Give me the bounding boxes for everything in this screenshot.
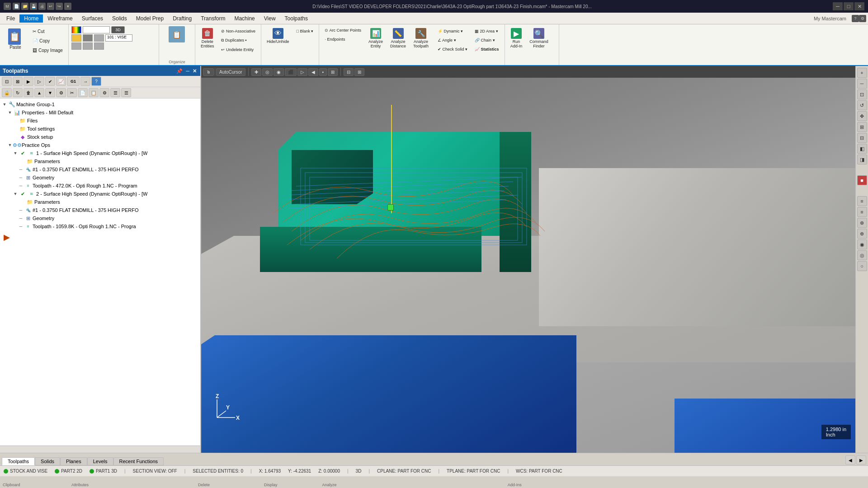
menu-file[interactable]: File — [2, 14, 19, 23]
arc-center-points-button[interactable]: ⊙ Arc Center Points — [322, 26, 364, 34]
pt-regen[interactable]: ↻ — [13, 88, 23, 97]
tab-planes[interactable]: Planes — [60, 457, 87, 465]
tree-tool-settings[interactable]: 📁 Tool settings — [0, 125, 200, 133]
rt-pan[interactable]: ✥ — [857, 111, 867, 121]
tree-op1-params[interactable]: 📁 Parameters — [0, 157, 200, 165]
help-icon[interactable]: ? — [852, 15, 859, 22]
pt-g1[interactable]: G1 — [67, 77, 80, 86]
print-icon[interactable]: 🖨 — [38, 3, 46, 10]
tree-op1-toolpath[interactable]: ─ ≡ Toolpath - 472.0K - Opti Rough 1.NC … — [0, 182, 200, 190]
rt-rotate[interactable]: ↺ — [857, 100, 867, 110]
menu-transform[interactable]: Transform — [196, 14, 230, 23]
2d-area-button[interactable]: ▦ 2D Area ▾ — [472, 27, 502, 35]
rt-misc7[interactable]: ○ — [857, 261, 867, 271]
tree-op1[interactable]: ▼ ✔ ≋ 1 - Surface High Speed (Dynamic Op… — [0, 149, 200, 157]
vt-tool7[interactable]: ▪ — [319, 68, 327, 76]
copy-button[interactable]: 📄Copy — [30, 37, 66, 45]
rt-fit[interactable]: ⊡ — [857, 89, 867, 99]
tree-play-button[interactable]: ▶ — [0, 230, 200, 244]
panel-minimize-icon[interactable]: ─ — [185, 68, 190, 74]
vt-tool6[interactable]: ◀ — [308, 68, 318, 76]
vt-tool3[interactable]: ◉ — [274, 68, 284, 76]
tree-op2-geometry[interactable]: ─ ⊞ Geometry — [0, 214, 200, 222]
pt-settings[interactable]: ⚙ — [56, 88, 66, 97]
tree-stock-setup[interactable]: ◆ Stock setup — [0, 133, 200, 141]
tree-files[interactable]: 📁 Files — [0, 117, 200, 125]
vt-tool5[interactable]: ▷ — [297, 68, 307, 76]
close-button[interactable]: ✕ — [854, 2, 864, 10]
pt-backplot[interactable]: 📈 — [56, 77, 66, 86]
viewport-canvas[interactable]: Z X Y 1.2980 in Inch — [201, 78, 855, 453]
rt-misc6[interactable]: ◎ — [857, 250, 867, 260]
blank-button[interactable]: □ Blank ▾ — [294, 27, 316, 35]
tree-practice-ops[interactable]: ▼ ⚙⚙ Practice Ops — [0, 141, 200, 149]
menu-surfaces[interactable]: Surfaces — [77, 14, 108, 23]
rt-misc3[interactable]: ⊗ — [857, 218, 867, 228]
pt-misc2[interactable]: ☰ — [121, 88, 131, 97]
redo-icon[interactable]: ↪ — [56, 3, 63, 10]
tree-op1-endmill[interactable]: ─ 🔩 #1 - 0.3750 FLAT ENDMILL - 375 HIGH … — [0, 165, 200, 174]
hide-unhide-button[interactable]: 👁 Hide/Unhide — [264, 26, 292, 46]
pt-verify[interactable]: ✔ — [45, 77, 55, 86]
tree-op1-geometry[interactable]: ─ ⊞ Geometry — [0, 174, 200, 182]
vt-autocursor[interactable]: AutoCursor — [216, 68, 245, 76]
expand-machine-group[interactable]: ▼ — [2, 102, 7, 107]
menu-machine[interactable]: Machine — [230, 14, 259, 23]
open-icon[interactable]: 📁 — [21, 3, 28, 10]
pt-cut[interactable]: ✂ — [67, 88, 77, 97]
duplicates-button[interactable]: ⧉ Duplicates ▾ — [218, 36, 258, 45]
pt-expand[interactable]: ▶ — [24, 77, 33, 86]
rt-misc2[interactable]: ≡ — [857, 207, 867, 217]
pt-select-none[interactable]: ⊠ — [13, 77, 23, 86]
tab-scroll-right[interactable]: ▶ — [856, 455, 866, 465]
menu-view[interactable]: View — [259, 14, 280, 23]
expand-op1[interactable]: ▼ — [13, 151, 18, 155]
pt-simulate[interactable]: ▷ — [34, 77, 44, 86]
tab-solids[interactable]: Solids — [35, 457, 60, 465]
pt-copy[interactable]: 📄 — [78, 88, 88, 97]
copy-image-button[interactable]: 🖼Copy Image — [30, 46, 66, 55]
command-finder-button[interactable]: 🔍 Command Finder — [527, 26, 551, 50]
non-associative-button[interactable]: ⊘ Non-Associative — [218, 27, 258, 35]
endpoints-button[interactable]: · Endpoints — [322, 35, 364, 43]
menu-home[interactable]: Home — [19, 14, 43, 23]
delete-entities-button[interactable]: 🗑 Delete Entities — [198, 26, 217, 50]
rt-zoom-out[interactable]: ─ — [857, 79, 867, 89]
more-icon[interactable]: ▾ — [64, 3, 71, 10]
undo-icon[interactable]: ↩ — [47, 3, 54, 10]
angle-button[interactable]: ∠ Angle ▾ — [435, 36, 470, 44]
pt-arrow[interactable]: → — [80, 77, 90, 86]
rt-view3[interactable]: ◧ — [857, 144, 867, 154]
panel-pin-icon[interactable]: 📌 — [175, 68, 184, 74]
pt-select-all[interactable]: ⊡ — [2, 77, 12, 86]
rt-view1[interactable]: ⊞ — [857, 122, 867, 132]
rt-misc4[interactable]: ⊕ — [857, 229, 867, 239]
vt-tool4[interactable]: ⬛ — [285, 68, 297, 76]
maximize-button[interactable]: □ — [844, 2, 854, 10]
pt-info[interactable]: ? — [91, 77, 101, 86]
rt-misc1[interactable]: ≡ — [857, 196, 867, 206]
chain-button[interactable]: 🔗 Chain ▾ — [472, 36, 502, 44]
pt-paste[interactable]: 📋 — [89, 88, 99, 97]
rt-view4[interactable]: ◨ — [857, 155, 867, 164]
pt-down[interactable]: ▼ — [45, 88, 55, 97]
pt-up[interactable]: ▲ — [34, 88, 44, 97]
rt-red-btn[interactable]: ■ — [857, 175, 867, 185]
rt-view2[interactable]: ⊟ — [857, 133, 867, 143]
rt-misc5[interactable]: ◉ — [857, 239, 867, 249]
analyze-distance-button[interactable]: 📏 Analyze Distance — [387, 26, 409, 50]
check-solid-button[interactable]: ✔ Check Solid ▾ — [435, 45, 470, 53]
new-icon[interactable]: 📄 — [13, 3, 20, 10]
rt-zoom-in[interactable]: + — [857, 68, 867, 78]
undelete-button[interactable]: ↩ Undelete Entity — [218, 46, 258, 54]
cut-button[interactable]: ✂Cut — [30, 27, 66, 36]
menu-solids[interactable]: Solids — [108, 14, 132, 23]
settings-icon[interactable]: ⚙ — [859, 15, 866, 22]
pt-delete[interactable]: 🗑 — [24, 88, 33, 97]
analyze-entity-button[interactable]: 📊 Analyze Entity — [366, 26, 386, 50]
statistics-button[interactable]: 📈 Statistics — [472, 45, 502, 53]
expand-op2[interactable]: ▼ — [13, 192, 18, 196]
play-icon[interactable]: ▶ — [4, 232, 10, 242]
tree-op2-toolpath[interactable]: ─ ≡ Toolpath - 1059.8K - Opti Rough 1.NC… — [0, 222, 200, 230]
pt-lock[interactable]: 🔒 — [2, 88, 12, 97]
